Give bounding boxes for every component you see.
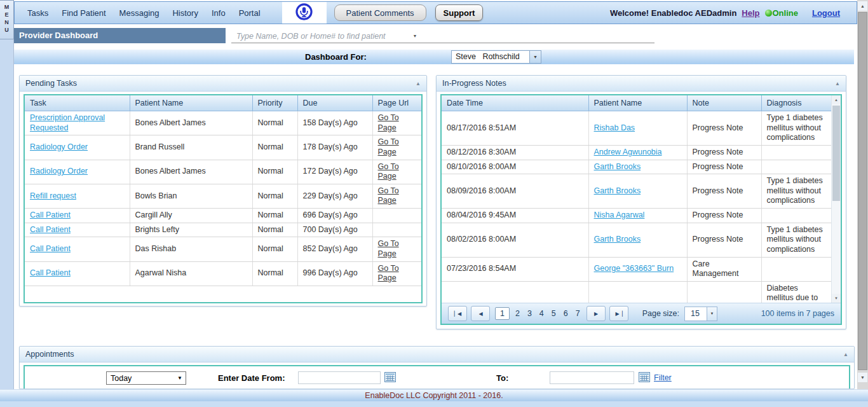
pager-first-button[interactable]: ▏◀ [448, 306, 467, 321]
nav-item-find-patient[interactable]: Find Patient [62, 8, 105, 18]
cell-note [687, 281, 761, 303]
nav-item-tasks[interactable]: Tasks [27, 8, 48, 18]
patient-link[interactable]: Andrew Agwunobia [594, 148, 662, 156]
col-diagnosis[interactable]: Diagnosis [761, 95, 831, 111]
go-to-page-link[interactable]: Go To Page [378, 113, 399, 132]
pending-tasks-panel: Pending Tasks ▲ Task Patient Name Priori… [19, 75, 427, 307]
pager-summary: 100 items in 7 pages [761, 309, 834, 318]
go-to-page-link[interactable]: Go To Page [378, 137, 399, 156]
pager-page[interactable]: 7 [572, 309, 584, 318]
cell-due: 172 Day(s) Ago [297, 160, 372, 184]
date-from-input[interactable] [298, 371, 381, 384]
patient-link[interactable]: Garth Brooks [594, 186, 641, 195]
nav-item-portal[interactable]: Portal [239, 8, 261, 18]
calendar-icon[interactable] [639, 372, 650, 382]
task-link[interactable]: Radiology Order [30, 142, 88, 151]
calendar-icon[interactable] [384, 372, 396, 382]
support-button[interactable]: Support [435, 4, 484, 21]
cell-patient-name: Garth Brooks [588, 174, 687, 209]
pager-page[interactable]: 4 [536, 309, 548, 318]
scroll-down-icon[interactable]: ▼ [832, 294, 841, 303]
task-link[interactable]: Call Patient [30, 210, 71, 219]
go-to-page-link[interactable]: Go To Page [378, 264, 399, 283]
cell-page-url: Go To Page [372, 184, 421, 208]
task-link[interactable]: Refill request [30, 191, 76, 200]
pager-page[interactable]: 6 [560, 309, 572, 318]
collapse-arrow-icon[interactable]: ▲ [843, 352, 848, 357]
cell-patient-name: Bones Albert James [130, 111, 252, 135]
col-date-time[interactable]: Date Time [442, 95, 588, 111]
search-dropdown-icon[interactable]: ▼ [409, 34, 421, 38]
date-range-select[interactable]: Today ▼ [106, 371, 186, 385]
provider-select[interactable]: Steve Rothschild ▼ [451, 50, 541, 64]
collapse-arrow-icon[interactable]: ▲ [835, 81, 840, 86]
patient-link[interactable]: Rishab Das [594, 123, 635, 132]
patient-search-input[interactable] [231, 29, 409, 43]
pager-page[interactable]: 1 [495, 307, 510, 320]
pager-pages: 1234567 [495, 307, 584, 320]
col-task[interactable]: Task [25, 95, 130, 111]
task-link[interactable]: Call Patient [30, 268, 71, 277]
pager-page[interactable]: 5 [548, 309, 560, 318]
col-patient-name[interactable]: Patient Name [588, 95, 687, 111]
dictation-button[interactable] [282, 2, 327, 24]
scroll-up-icon[interactable]: ▲ [832, 95, 841, 104]
pager-page[interactable]: 2 [512, 309, 524, 318]
cell-date-time: 08/09/2016 8:00AM [442, 174, 588, 209]
date-to-input[interactable] [550, 371, 634, 384]
page-scrollbar[interactable]: ▲ ▼ [857, 0, 868, 389]
col-patient-name[interactable]: Patient Name [130, 95, 252, 111]
task-link[interactable]: Prescription Approval Requested [30, 113, 105, 132]
chevron-down-icon[interactable]: ▼ [530, 50, 541, 64]
cell-due: 229 Day(s) Ago [297, 184, 372, 208]
table-row: Diabetes mellitus due to underlying [442, 281, 831, 303]
chevron-down-icon: ▼ [174, 375, 186, 381]
go-to-page-link[interactable]: Go To Page [378, 239, 399, 258]
pager-prev-button[interactable]: ◀ [471, 306, 490, 321]
patient-link[interactable]: Garth Brooks [594, 162, 641, 171]
cell-diagnosis [761, 257, 831, 281]
menu-tab[interactable]: MENU [0, 0, 14, 39]
patient-comments-button[interactable]: Patient Comments [334, 4, 426, 21]
cell-date-time: 08/17/2016 8:51AM [442, 111, 588, 146]
filter-link[interactable]: Filter [654, 373, 672, 382]
nav-item-history[interactable]: History [172, 8, 198, 18]
pager-last-button[interactable]: ▶▕ [609, 306, 628, 321]
col-priority[interactable]: Priority [252, 95, 297, 111]
nav-right-cluster: Welcome! Enabledoc AEDadmin Help Online … [610, 8, 840, 18]
cell-patient-name: Rishab Das [588, 111, 687, 146]
chevron-down-icon[interactable]: ▼ [707, 307, 717, 321]
pager-page[interactable]: 3 [524, 309, 536, 318]
provider-select-value: Steve Rothschild [451, 50, 530, 64]
go-to-page-link[interactable]: Go To Page [378, 162, 399, 181]
scrollbar-thumb[interactable] [858, 12, 867, 370]
col-page-url[interactable]: Page Url [372, 95, 421, 111]
task-link[interactable]: Radiology Order [30, 167, 88, 176]
appointments-panel: Appointments ▲ Today ▼ Enter Date From: … [19, 346, 855, 389]
col-due[interactable]: Due [297, 95, 372, 111]
support-label: Support [444, 8, 475, 18]
scrollbar-thumb[interactable] [832, 106, 840, 201]
task-link[interactable]: Call Patient [30, 225, 71, 234]
nav-item-info[interactable]: Info [212, 8, 226, 18]
nav-item-messaging[interactable]: Messaging [119, 8, 159, 18]
page-size-select[interactable]: 15 ▼ [684, 307, 717, 321]
task-link[interactable]: Call Patient [30, 244, 71, 253]
patient-link[interactable]: Garth Brooks [594, 235, 641, 244]
cell-patient-name: Bones Albert James [130, 160, 252, 184]
go-to-page-link[interactable]: Go To Page [378, 186, 399, 205]
scroll-up-icon[interactable]: ▲ [858, 1, 867, 11]
cell-task: Call Patient [25, 261, 130, 286]
help-link[interactable]: Help [742, 8, 759, 18]
collapse-arrow-icon[interactable]: ▲ [416, 81, 421, 86]
logout-link[interactable]: Logout [812, 8, 840, 18]
scroll-down-icon[interactable]: ▼ [858, 373, 867, 382]
patient-link[interactable]: George "363663" Burn [594, 264, 674, 273]
col-note[interactable]: Note [687, 95, 761, 111]
notes-scrollbar[interactable]: ▲ ▼ [831, 95, 841, 303]
pager-next-button[interactable]: ▶ [587, 306, 606, 321]
patient-link[interactable]: Nisha Agarwal [594, 210, 645, 219]
cell-patient-name: Cargill Ally [130, 209, 252, 223]
left-edge-strip: MENU [0, 0, 14, 407]
cell-priority: Normal [252, 160, 297, 184]
